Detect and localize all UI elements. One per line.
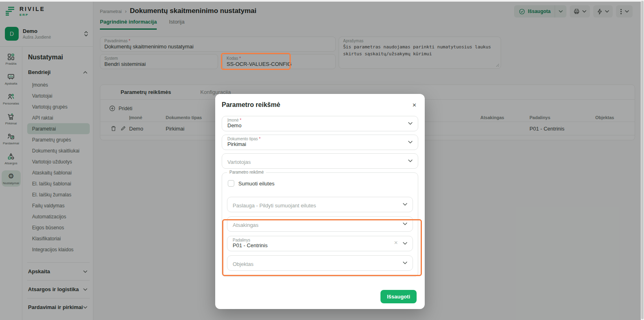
- viewport-top-strip: [0, 0, 641, 2]
- chevron-down-icon: [403, 242, 407, 245]
- chevron-down-icon: [403, 261, 407, 264]
- clear-icon[interactable]: ✕: [394, 240, 398, 246]
- parametro-reiksme-group: Parametro reikšmė Sumuoti eilutes Paslau…: [222, 172, 418, 277]
- modal-title: Parametro reikšmė: [222, 101, 280, 109]
- group-legend: Parametro reikšmė: [227, 170, 266, 174]
- required-mark: *: [259, 137, 261, 141]
- dokumento-tipas-select[interactable]: Dokumento tipas * Pirkimai: [222, 135, 418, 150]
- atsakingas-select[interactable]: Atsakingas: [227, 216, 413, 232]
- objektas-select[interactable]: Objektas: [227, 255, 413, 271]
- chevron-down-icon: [403, 203, 407, 206]
- padalinys-select[interactable]: Padalinys P01 - Centrinis ✕: [227, 236, 413, 251]
- parameter-value-modal: Parametro reikšmė ✕ Įmonė * Demo Dokumen…: [215, 94, 425, 309]
- vartotojas-select[interactable]: Vartotojas: [222, 153, 418, 169]
- close-icon[interactable]: ✕: [411, 101, 418, 109]
- scrollbar-thumb[interactable]: [641, 1, 644, 319]
- save-button[interactable]: Išsaugoti: [380, 290, 417, 303]
- chevron-down-icon: [408, 141, 413, 144]
- chevron-down-icon: [408, 159, 413, 162]
- scrollbar-track[interactable]: [641, 0, 644, 320]
- required-mark: *: [240, 118, 242, 122]
- app-root: RIVILE ERP D Demo Aušra Juodienė Prad: [0, 0, 644, 320]
- chevron-down-icon: [403, 222, 407, 225]
- sumuoti-eilutes-checkbox[interactable]: Sumuoti eilutes: [228, 180, 413, 187]
- paslauga-select[interactable]: Paslauga - Pildyti sumuojant eilutes: [227, 197, 413, 212]
- checkbox[interactable]: [228, 180, 234, 187]
- imone-select[interactable]: Įmonė * Demo: [222, 116, 418, 131]
- chevron-down-icon: [408, 122, 413, 125]
